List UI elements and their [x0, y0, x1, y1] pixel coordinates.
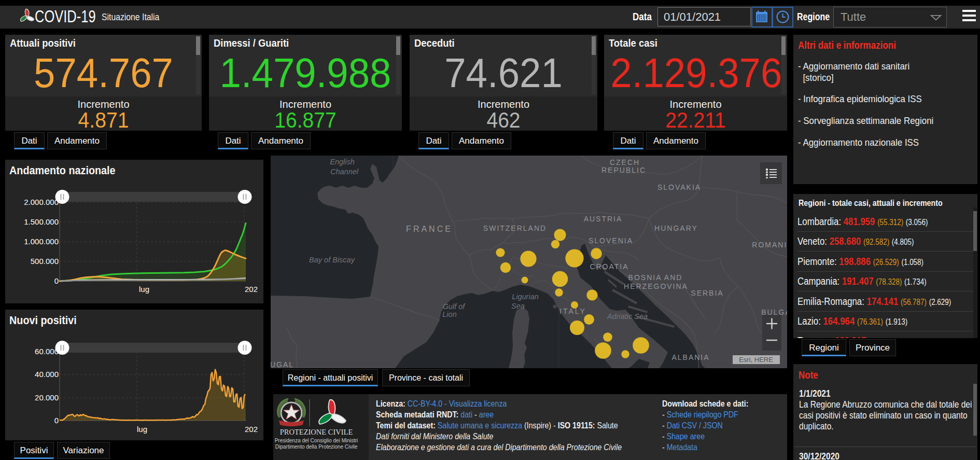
svg-text:REPUBLIC: REPUBLIC [601, 166, 646, 174]
svg-text:AUSTRIA: AUSTRIA [584, 215, 623, 223]
svg-text:HUNGARY: HUNGARY [654, 224, 698, 232]
svg-text:Ligurian: Ligurian [512, 292, 539, 301]
svg-text:BOSNIA AND: BOSNIA AND [628, 273, 683, 282]
svg-text:Bay of Biscay: Bay of Biscay [309, 256, 355, 264]
svg-text:PROTEZIONE CIVILE: PROTEZIONE CIVILE [280, 428, 353, 436]
svg-text:60.000: 60.000 [35, 347, 59, 356]
svg-text:CZECH: CZECH [610, 158, 640, 166]
svg-text:2.000.000: 2.000.000 [24, 198, 59, 206]
svg-text:Adriatic Sea: Adriatic Sea [607, 312, 648, 320]
svg-text:ROMANIA: ROMANIA [752, 241, 787, 249]
svg-text:Presidenza del Consiglio dei M: Presidenza del Consiglio dei Ministri [275, 438, 358, 443]
svg-text:20.000: 20.000 [35, 393, 59, 402]
svg-text:0: 0 [54, 276, 59, 285]
svg-text:SLOVAKIA: SLOVAKIA [657, 183, 701, 191]
svg-text:lug: lug [137, 425, 147, 434]
svg-text:SWITZERLAND: SWITZERLAND [483, 224, 547, 232]
svg-text:202: 202 [245, 285, 258, 294]
svg-text:500.000: 500.000 [31, 257, 59, 266]
svg-text:CROATIA: CROATIA [590, 262, 628, 271]
svg-text:SLOVENIA: SLOVENIA [589, 236, 633, 245]
svg-text:HERZEGOVINA: HERZEGOVINA [624, 282, 688, 290]
svg-text:202: 202 [245, 425, 258, 434]
svg-text:Gulf of: Gulf of [443, 302, 466, 311]
svg-text:Sea: Sea [511, 302, 525, 310]
svg-text:lug: lug [139, 285, 149, 294]
svg-text:Channel: Channel [330, 168, 359, 176]
svg-text:ALBANIA: ALBANIA [671, 353, 709, 361]
svg-text:UGAL: UGAL [271, 360, 294, 368]
svg-text:Lion: Lion [442, 310, 456, 318]
svg-text:English: English [330, 158, 355, 166]
svg-text:ITALY: ITALY [559, 307, 586, 315]
svg-text:Dipartimento della Protezione: Dipartimento della Protezione Civile [275, 444, 358, 450]
svg-text:SERBIA: SERBIA [691, 289, 723, 297]
svg-text:1.000.000: 1.000.000 [24, 237, 59, 246]
svg-text:0: 0 [54, 416, 59, 425]
svg-text:1.500.000: 1.500.000 [24, 217, 59, 226]
svg-text:FRANCE: FRANCE [406, 225, 453, 233]
svg-text:Esri, HERE: Esri, HERE [739, 356, 773, 364]
svg-text:40.000: 40.000 [35, 370, 59, 379]
